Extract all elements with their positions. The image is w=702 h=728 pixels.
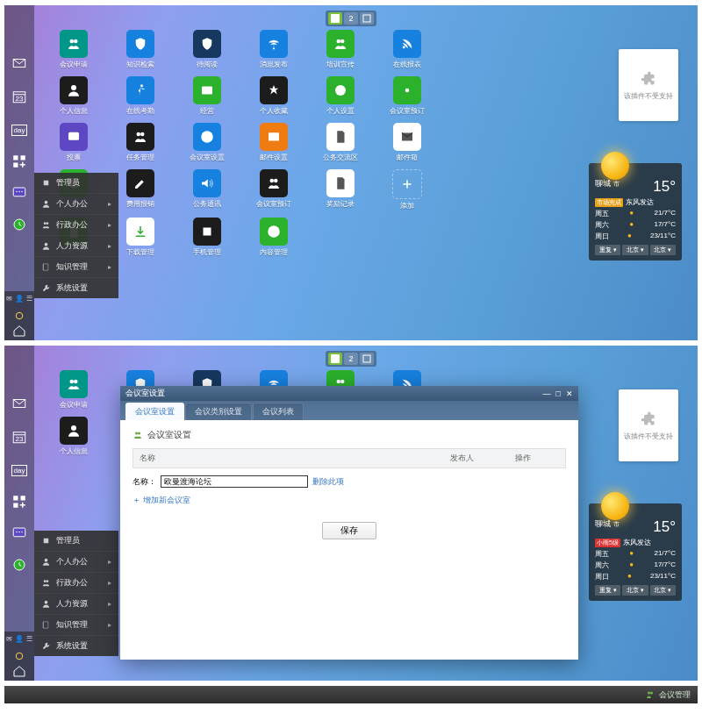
menu-item[interactable]: 行政办公▸ xyxy=(34,215,118,236)
close-icon[interactable]: ✕ xyxy=(566,389,573,398)
menu-item[interactable]: 系统设置 xyxy=(34,636,118,656)
menu-item[interactable]: 管理员 xyxy=(34,531,118,552)
weather-select[interactable]: 北京 ▾ xyxy=(622,245,648,255)
pager-3[interactable] xyxy=(360,353,374,365)
app-label: 奖励记录 xyxy=(326,199,355,209)
maximize-icon[interactable]: □ xyxy=(556,389,561,398)
app-tile[interactable]: 添加 xyxy=(389,169,426,211)
app-tile[interactable]: 手机管理 xyxy=(189,218,226,257)
day-icon[interactable]: day xyxy=(10,462,29,478)
minimize-icon[interactable]: — xyxy=(543,389,551,398)
th-name: 名称 xyxy=(133,449,444,467)
grid-add-icon[interactable] xyxy=(10,153,29,169)
sound-icon[interactable] xyxy=(10,651,29,661)
pager-2[interactable]: 2 xyxy=(344,12,358,25)
app-tile[interactable]: 投票 xyxy=(55,123,92,162)
app-tile[interactable]: 费用报销 xyxy=(122,169,159,211)
pager-3[interactable] xyxy=(360,12,374,25)
forecast-row: 周日●23/11°C xyxy=(595,572,676,582)
menu-item[interactable]: 管理员 xyxy=(34,173,118,194)
tab-room-settings[interactable]: 会议室设置 xyxy=(125,403,184,420)
app-label: 经营 xyxy=(200,106,214,116)
home-icon[interactable] xyxy=(10,666,29,676)
add-room-link[interactable]: ＋ 增加新会议室 xyxy=(133,495,566,506)
app-tile[interactable]: 消息发布 xyxy=(255,30,292,69)
menu-item[interactable]: 知识管理▸ xyxy=(34,257,118,278)
app-tile[interactable]: 会议室预订 xyxy=(389,76,426,116)
app-label: 添加 xyxy=(400,201,414,211)
app-tile[interactable]: 公务通讯 xyxy=(189,169,226,211)
app-label: 个人信息 xyxy=(60,446,88,456)
app-tile[interactable]: 邮件设置 xyxy=(255,123,292,162)
app-tile[interactable]: 待阅读 xyxy=(189,30,226,69)
app-label: 个人信息 xyxy=(60,106,88,116)
app-tile[interactable]: 在线考勤 xyxy=(122,76,159,116)
svg-point-54 xyxy=(21,532,23,533)
menu-item[interactable]: 个人办公▸ xyxy=(34,552,118,573)
app-tile[interactable]: 会议申请 xyxy=(55,370,92,410)
pager-2[interactable]: 2 xyxy=(344,353,358,365)
window-titlebar[interactable]: 会议室设置 — □ ✕ xyxy=(120,386,578,401)
app-label: 内容管理 xyxy=(260,247,288,257)
app-tile[interactable]: 奖励记录 xyxy=(322,169,359,211)
mail-icon[interactable] xyxy=(10,55,29,71)
app-tile[interactable]: 会议室预订 xyxy=(255,169,292,211)
app-tile[interactable]: 会议申请 xyxy=(55,30,92,69)
tab-category-settings[interactable]: 会议类别设置 xyxy=(185,403,252,420)
pager-1[interactable] xyxy=(328,353,342,365)
taskbar-app-label[interactable]: 会议管理 xyxy=(659,689,691,701)
app-tile[interactable]: 个人信息 xyxy=(55,417,92,456)
app-tile[interactable]: 个人收藏 xyxy=(255,76,292,116)
menu-item[interactable]: 个人办公▸ xyxy=(34,194,118,215)
svg-point-60 xyxy=(337,380,341,384)
menu-item[interactable]: 人力资源▸ xyxy=(34,236,118,257)
app-tile[interactable]: 下载管理 xyxy=(122,218,159,257)
calendar-icon[interactable]: 23 xyxy=(10,87,29,106)
time-icon[interactable] xyxy=(10,557,29,573)
weather-widget[interactable]: 聊城 市15° 小雨5级东风发达 周五●21/7°C周六●17/7°C周日●23… xyxy=(589,503,682,601)
weather-select[interactable]: 北京 ▾ xyxy=(650,245,676,255)
room-name-input[interactable] xyxy=(161,475,308,488)
weather-select[interactable]: 北京 ▾ xyxy=(622,585,648,596)
home-icon[interactable] xyxy=(10,325,29,336)
svg-point-77 xyxy=(650,692,653,695)
app-tile[interactable]: 知识检索 xyxy=(122,30,159,69)
app-tile[interactable]: 经营 xyxy=(189,76,226,116)
weather-widget[interactable]: 聊城 市15° 市场完成东风发达 周五●21/7°C周六●17/7°C周日●23… xyxy=(589,163,682,261)
weather-select[interactable]: 重复 ▾ xyxy=(595,245,620,255)
chat-icon[interactable] xyxy=(10,185,29,201)
menu-item[interactable]: 行政办公▸ xyxy=(34,573,118,594)
save-button[interactable]: 保存 xyxy=(322,522,376,539)
mail-icon[interactable] xyxy=(10,396,29,411)
app-label: 会议室预订 xyxy=(256,199,291,209)
menu-item[interactable]: 人力资源▸ xyxy=(34,594,118,615)
grid-add-icon[interactable] xyxy=(10,494,29,510)
app-tile[interactable]: 任务管理 xyxy=(122,123,159,162)
day-icon[interactable]: day xyxy=(10,122,29,138)
chat-icon[interactable] xyxy=(10,525,29,541)
app-tile[interactable]: 邮件箱 xyxy=(389,123,426,162)
pager-1[interactable] xyxy=(328,12,342,25)
app-label: 会议申请 xyxy=(60,400,88,410)
svg-point-56 xyxy=(16,653,23,660)
app-tile[interactable]: 会议室设置 xyxy=(189,123,226,162)
desktop-top: 2 23 day ✉👤☰ 会议申请知识检索待阅读消息发布培训宣传在线报表个人信息… xyxy=(4,5,698,340)
svg-rect-1 xyxy=(363,15,370,22)
calendar-icon[interactable]: 23 xyxy=(10,427,29,446)
taskbar-app-icon[interactable] xyxy=(645,689,655,700)
app-tile[interactable]: 个人信息 xyxy=(55,76,92,116)
delete-link[interactable]: 删除此项 xyxy=(312,476,344,488)
app-tile[interactable]: 培训宣传 xyxy=(322,30,359,69)
time-icon[interactable] xyxy=(10,217,29,232)
menu-item[interactable]: 知识管理▸ xyxy=(34,615,118,636)
tab-meeting-list[interactable]: 会议列表 xyxy=(253,403,304,420)
weather-select[interactable]: 北京 ▾ xyxy=(650,585,676,596)
app-tile[interactable]: 在线报表 xyxy=(389,30,426,69)
app-tile[interactable]: 内容管理 xyxy=(255,218,292,257)
sound-icon[interactable] xyxy=(10,310,29,321)
menu-item[interactable]: 系统设置 xyxy=(34,278,118,298)
weather-select[interactable]: 重复 ▾ xyxy=(595,585,620,596)
mail-bk-icon xyxy=(393,123,421,151)
app-tile[interactable]: 个人设置 xyxy=(322,76,359,116)
app-tile[interactable]: 公务交流区 xyxy=(322,123,359,162)
